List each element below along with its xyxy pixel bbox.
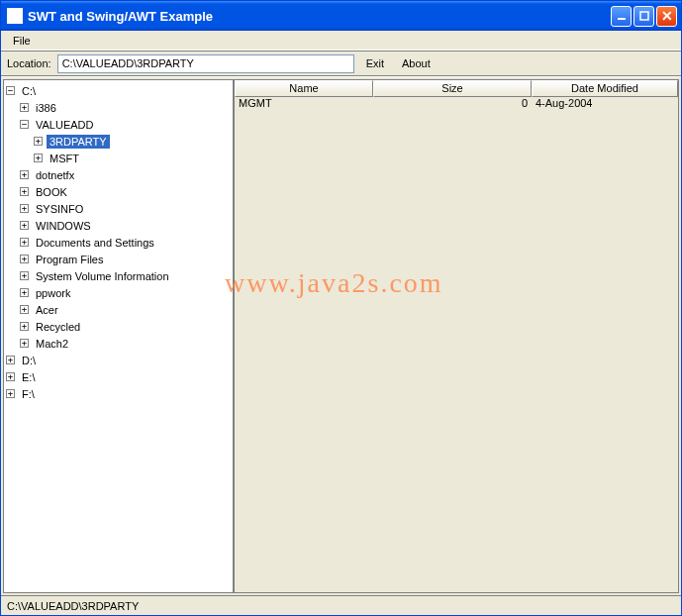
tree-item-dotnetfx[interactable]: +dotnetfx bbox=[18, 166, 233, 183]
app-window: SWT and Swing/AWT Example ✕ File Locatio… bbox=[0, 0, 682, 616]
menubar: File bbox=[1, 31, 681, 51]
expand-icon[interactable]: + bbox=[20, 204, 29, 213]
expand-icon[interactable]: + bbox=[6, 356, 15, 364]
expand-icon[interactable]: + bbox=[6, 389, 15, 398]
tree-item-e[interactable]: +E:\ bbox=[4, 368, 233, 385]
maximize-button[interactable] bbox=[633, 6, 654, 27]
cell-name: MGMT bbox=[235, 97, 373, 112]
cell-date: 4-Aug-2004 bbox=[532, 97, 678, 112]
collapse-icon[interactable]: − bbox=[20, 120, 29, 129]
tree-panel[interactable]: − C:\ + i386 − VALUEADD bbox=[3, 79, 234, 593]
svg-rect-0 bbox=[618, 18, 626, 20]
close-button[interactable]: ✕ bbox=[656, 6, 677, 27]
statusbar: C:\VALUEADD\3RDPARTY bbox=[1, 595, 681, 615]
expand-icon[interactable]: + bbox=[20, 255, 29, 263]
tree-item-mach2[interactable]: +Mach2 bbox=[18, 335, 233, 352]
location-input[interactable] bbox=[57, 54, 354, 73]
tree-item-docs[interactable]: +Documents and Settings bbox=[18, 234, 233, 251]
expand-icon[interactable]: + bbox=[34, 137, 43, 146]
about-button[interactable]: About bbox=[396, 55, 437, 71]
table-header: Name Size Date Modified bbox=[235, 80, 678, 97]
tree-item-ppwork[interactable]: +ppwork bbox=[18, 284, 233, 301]
tree-item-windows[interactable]: +WINDOWS bbox=[18, 217, 233, 234]
tree-item-d[interactable]: +D:\ bbox=[4, 352, 233, 368]
expand-icon[interactable]: + bbox=[34, 154, 43, 162]
table-row[interactable]: MGMT 0 4-Aug-2004 bbox=[235, 97, 678, 112]
expand-icon[interactable]: + bbox=[20, 339, 29, 348]
cell-size: 0 bbox=[373, 97, 532, 112]
tree-item-valueadd[interactable]: − VALUEADD bbox=[18, 116, 233, 133]
expand-icon[interactable]: + bbox=[20, 170, 29, 179]
location-label: Location: bbox=[7, 57, 51, 69]
app-icon bbox=[7, 8, 23, 24]
expand-icon[interactable]: + bbox=[20, 221, 29, 230]
expand-icon[interactable]: + bbox=[6, 372, 15, 381]
column-header-date[interactable]: Date Modified bbox=[532, 80, 678, 97]
content-area: − C:\ + i386 − VALUEADD bbox=[1, 76, 681, 595]
minimize-button[interactable] bbox=[611, 6, 632, 27]
column-header-name[interactable]: Name bbox=[235, 80, 373, 97]
menu-file[interactable]: File bbox=[7, 33, 37, 49]
status-path: C:\VALUEADD\3RDPARTY bbox=[7, 600, 139, 612]
toolbar: Location: Exit About bbox=[1, 51, 681, 76]
tree-item-3rdparty[interactable]: + 3RDPARTY bbox=[32, 133, 233, 150]
titlebar[interactable]: SWT and Swing/AWT Example ✕ bbox=[1, 1, 681, 31]
tree-item-sysvol[interactable]: +System Volume Information bbox=[18, 267, 233, 284]
window-controls: ✕ bbox=[611, 6, 677, 27]
tree-item-c[interactable]: − C:\ bbox=[4, 82, 233, 99]
table-panel: Name Size Date Modified MGMT 0 4-Aug-200… bbox=[234, 79, 679, 593]
tree-item-recycled[interactable]: +Recycled bbox=[18, 318, 233, 335]
expand-icon[interactable]: + bbox=[20, 187, 29, 196]
table-body[interactable]: MGMT 0 4-Aug-2004 www.java2s.com bbox=[235, 97, 678, 592]
expand-icon[interactable]: + bbox=[20, 271, 29, 280]
svg-rect-1 bbox=[640, 12, 648, 20]
tree-item-acer[interactable]: +Acer bbox=[18, 301, 233, 318]
watermark-text: www.java2s.com bbox=[225, 267, 443, 299]
expand-icon[interactable]: + bbox=[20, 238, 29, 247]
tree-item-i386[interactable]: + i386 bbox=[18, 99, 233, 116]
expand-icon[interactable]: + bbox=[20, 103, 29, 112]
window-title: SWT and Swing/AWT Example bbox=[28, 9, 611, 24]
collapse-icon[interactable]: − bbox=[6, 86, 15, 95]
column-header-size[interactable]: Size bbox=[373, 80, 532, 97]
expand-icon[interactable]: + bbox=[20, 288, 29, 297]
expand-icon[interactable]: + bbox=[20, 322, 29, 331]
exit-button[interactable]: Exit bbox=[360, 55, 390, 71]
tree-item-book[interactable]: +BOOK bbox=[18, 183, 233, 200]
expand-icon[interactable]: + bbox=[20, 305, 29, 314]
tree-item-f[interactable]: +F:\ bbox=[4, 385, 233, 402]
tree-item-sysinfo[interactable]: +SYSINFO bbox=[18, 200, 233, 217]
tree-item-progfiles[interactable]: +Program Files bbox=[18, 251, 233, 267]
tree-item-msft[interactable]: + MSFT bbox=[32, 150, 233, 166]
